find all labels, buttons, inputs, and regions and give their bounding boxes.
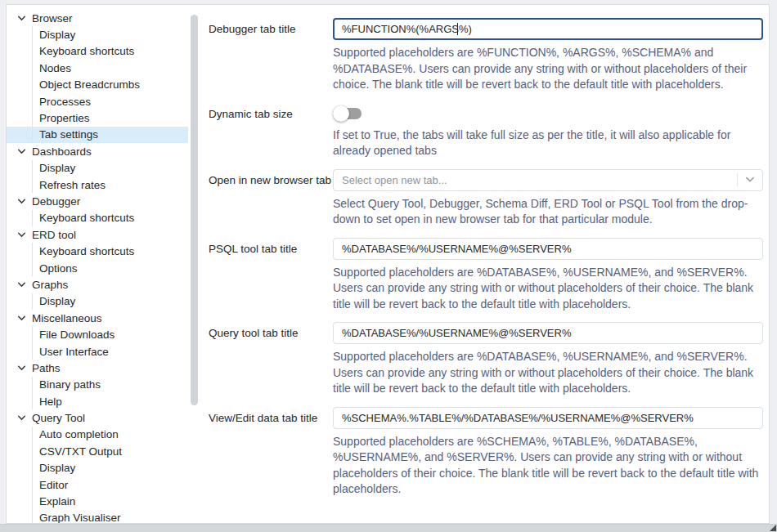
sidebar-item-keyboard-shortcuts[interactable]: Keyboard shortcuts [7, 243, 188, 259]
sidebar-item-object-breadcrumbs[interactable]: Object Breadcrumbs [7, 77, 188, 93]
form-row-view-edit-data-tab-title: View/Edit data tab titleSupported placeh… [209, 407, 763, 498]
sidebar-item-label: Help [39, 396, 62, 408]
preferences-panel: BrowserDisplayKeyboard shortcutsNodesObj… [6, 4, 770, 524]
field-label: Open in new browser tab [209, 169, 333, 228]
chevron-down-icon[interactable] [16, 195, 27, 207]
sidebar-item-display[interactable]: Display [7, 293, 188, 310]
psql-tool-tab-title-input[interactable] [333, 238, 763, 260]
sidebar-item-label: Display [39, 162, 75, 174]
form-row-dynamic-tab-size: Dynamic tab sizeIf set to True, the tabs… [209, 103, 763, 159]
chevron-down-icon[interactable] [738, 174, 762, 186]
sidebar-item-label: Graphs [32, 279, 68, 291]
sidebar-item-label: Keyboard shortcuts [39, 245, 134, 257]
field-label: Query tool tab title [209, 322, 333, 397]
sidebar-item-label: Debugger [32, 195, 80, 208]
preferences-form: Debugger tab titleSupported placeholders… [200, 5, 769, 523]
sidebar-item-label: Display [39, 29, 75, 41]
sidebar-item-debugger[interactable]: Debugger [7, 193, 188, 209]
text-input-wrap [333, 407, 763, 429]
field-column: Select open new tab...Select Query Tool,… [333, 169, 763, 228]
sidebar-item-options[interactable]: Options [7, 260, 188, 276]
sidebar-item-help[interactable]: Help [7, 393, 188, 409]
sidebar-item-label: Options [39, 262, 78, 275]
sidebar-item-label: ERD tool [32, 229, 76, 241]
chevron-down-icon[interactable] [16, 362, 27, 373]
field-column: Supported placeholders are %DATABASE%, %… [333, 322, 763, 397]
sidebar-item-binary-paths[interactable]: Binary paths [7, 377, 188, 393]
field-helper-text: Supported placeholders are %SCHEMA%, %TA… [333, 434, 763, 498]
sidebar-item-label: Auto completion [39, 428, 119, 440]
field-helper-text: Supported placeholders are %FUNCTION%, %… [333, 45, 763, 93]
field-label: View/Edit data tab title [209, 407, 333, 498]
sidebar-item-graph-visualiser[interactable]: Graph Visualiser [7, 510, 188, 523]
sidebar-item-editor[interactable]: Editor [7, 476, 188, 493]
chevron-down-icon[interactable] [16, 12, 27, 24]
form-row-query-tool-tab-title: Query tool tab titleSupported placeholde… [209, 322, 763, 397]
sidebar-item-label: Nodes [39, 62, 71, 74]
chevron-down-icon[interactable] [16, 229, 27, 240]
sidebar-item-refresh-rates[interactable]: Refresh rates [7, 177, 188, 193]
sidebar-item-label: Object Breadcrumbs [39, 78, 140, 91]
sidebar-item-paths[interactable]: Paths [7, 360, 188, 376]
sidebar-item-erd-tool[interactable]: ERD tool [7, 226, 188, 243]
sidebar-item-csv-txt-output[interactable]: CSV/TXT Output [7, 443, 188, 459]
sidebar-item-display[interactable]: Display [7, 26, 188, 42]
sidebar-item-nodes[interactable]: Nodes [7, 60, 188, 76]
sidebar-item-query-tool[interactable]: Query Tool [7, 409, 188, 426]
sidebar-item-browser[interactable]: Browser [7, 10, 188, 26]
text-caret [457, 23, 458, 35]
form-row-debugger-tab-title: Debugger tab titleSupported placeholders… [209, 18, 763, 93]
chevron-down-icon[interactable] [16, 413, 27, 424]
sidebar-item-auto-completion[interactable]: Auto completion [7, 427, 188, 443]
chevron-down-icon[interactable] [16, 145, 27, 157]
sidebar-item-label: Query Tool [32, 412, 85, 424]
debugger-tab-title-input[interactable] [333, 18, 763, 40]
sidebar-item-file-downloads[interactable]: File Downloads [7, 326, 188, 342]
sidebar-item-graphs[interactable]: Graphs [7, 276, 188, 293]
sidebar-item-explain[interactable]: Explain [7, 493, 188, 509]
sidebar-item-label: User Interface [39, 346, 109, 358]
view-edit-data-tab-title-input[interactable] [333, 407, 763, 429]
sidebar-item-label: Keyboard shortcuts [39, 212, 134, 224]
field-label: Dynamic tab size [209, 103, 333, 159]
sidebar-item-processes[interactable]: Processes [7, 93, 188, 110]
form-row-open-in-new-browser-tab: Open in new browser tabSelect open new t… [209, 169, 763, 228]
sidebar-item-properties[interactable]: Properties [7, 110, 188, 126]
sidebar-item-label: Tab settings [39, 128, 98, 141]
field-column: Supported placeholders are %FUNCTION%, %… [333, 18, 763, 93]
field-helper-text: If set to True, the tabs will take full … [333, 127, 763, 159]
sidebar-item-dashboards[interactable]: Dashboards [7, 143, 188, 159]
sidebar-item-tab-settings[interactable]: Tab settings [7, 127, 188, 143]
sidebar-item-label: Properties [39, 112, 90, 124]
sidebar-item-label: CSV/TXT Output [39, 445, 122, 458]
resize-grip-icon[interactable] [770, 525, 776, 531]
sidebar-item-keyboard-shortcuts[interactable]: Keyboard shortcuts [7, 43, 188, 60]
field-label: PSQL tool tab title [209, 238, 333, 313]
chevron-down-icon[interactable] [16, 312, 27, 324]
sidebar-item-keyboard-shortcuts[interactable]: Keyboard shortcuts [7, 210, 188, 226]
form-row-psql-tool-tab-title: PSQL tool tab titleSupported placeholder… [209, 238, 763, 313]
sidebar-item-label: Paths [32, 362, 61, 374]
sidebar-item-label: Miscellaneous [32, 312, 102, 324]
sidebar-item-label: Graph Visualiser [39, 512, 121, 523]
chevron-down-icon[interactable] [16, 279, 27, 290]
sidebar-scrollbar[interactable] [191, 15, 198, 405]
dynamic-tab-size-toggle[interactable] [333, 105, 364, 123]
sidebar-item-label: Display [39, 295, 75, 307]
sidebar-item-user-interface[interactable]: User Interface [7, 343, 188, 360]
horizontal-scrollbar[interactable] [0, 524, 777, 532]
toggle-thumb[interactable] [333, 105, 349, 122]
sidebar-item-label: Editor [39, 479, 68, 491]
sidebar-item-display[interactable]: Display [7, 460, 188, 476]
text-input-wrap [333, 238, 763, 260]
sidebar-item-display[interactable]: Display [7, 160, 188, 177]
field-label: Debugger tab title [209, 18, 333, 93]
sidebar-item-miscellaneous[interactable]: Miscellaneous [7, 310, 188, 326]
sidebar-item-label: Keyboard shortcuts [39, 45, 134, 57]
preferences-tree: BrowserDisplayKeyboard shortcutsNodesObj… [7, 5, 200, 523]
select-placeholder: Select open new tab... [342, 174, 737, 186]
query-tool-tab-title-input[interactable] [333, 322, 763, 344]
open-in-new-browser-tab-select[interactable]: Select open new tab... [333, 169, 763, 191]
sidebar-item-label: Dashboards [32, 145, 92, 158]
sidebar-item-label: Binary paths [39, 378, 101, 391]
